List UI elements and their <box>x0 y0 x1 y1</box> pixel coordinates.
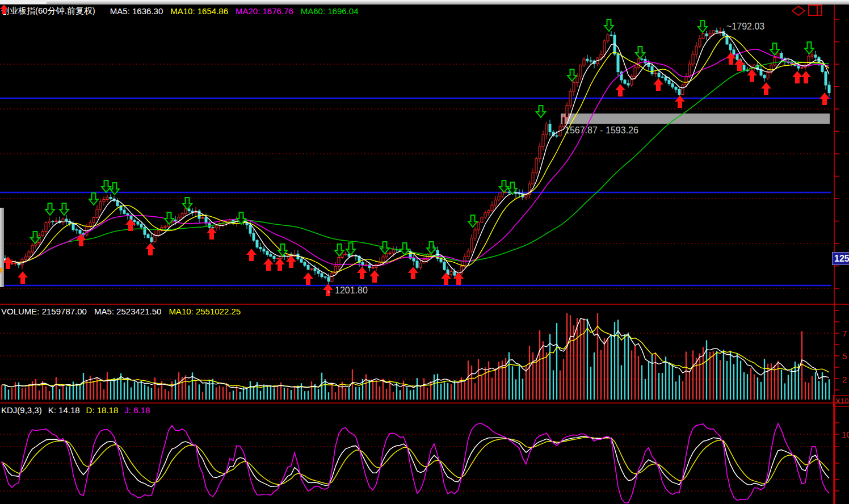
sell-arrow-icon <box>468 215 477 227</box>
buy-arrow-icon <box>615 84 625 96</box>
volume-axis-tick-7: 7 <box>842 329 847 338</box>
volume-unit-label: X10 <box>833 395 849 407</box>
buy-arrow-icon <box>819 93 830 105</box>
price-level-badge: 125 <box>832 252 849 265</box>
kdj-label-row: KDJ(9,3,3) K: 14.18 D: 18.18 J: 6.18 <box>1 405 150 415</box>
sell-arrow-icon <box>536 106 545 117</box>
buy-arrow-icon <box>263 258 274 271</box>
buy-arrow-icon <box>761 82 771 95</box>
buy-arrow-icon <box>303 272 313 285</box>
buy-arrow-icon <box>18 271 28 284</box>
buy-arrow-icon <box>76 234 86 246</box>
sell-arrow-icon <box>89 193 98 205</box>
kdj-indicator-name: KDJ(9,3,3) <box>1 405 42 415</box>
ma-lines <box>2 32 829 276</box>
volume-axis-tick-2: 2 <box>842 375 847 384</box>
panel-resize-handle[interactable] <box>0 208 4 287</box>
sell-arrow-icon <box>346 243 355 255</box>
sell-arrow-icon <box>102 180 111 192</box>
volume-ma-lines <box>2 318 829 389</box>
sell-arrow-icon <box>604 19 613 31</box>
buy-arrow-icon <box>207 227 217 240</box>
sell-arrow-icon <box>499 180 508 192</box>
trading-app-window: 创业板指(60分钟.前复权) MA5: 1636.30 MA10: 1654.8… <box>0 0 849 504</box>
volume-label-row: VOLUME: 2159787.00 MA5: 2523421.50 MA10:… <box>1 306 241 316</box>
sell-arrow-icon <box>568 69 577 81</box>
sell-arrow-icon <box>278 244 287 256</box>
kdj-axis-top-label: 100 <box>842 430 849 439</box>
volume-value: VOLUME: 2159787.00 <box>1 306 87 316</box>
kdj-d-value: D: 18.18 <box>86 405 119 415</box>
buy-arrow-icon <box>801 71 811 83</box>
sell-arrow-icon <box>60 203 69 215</box>
support-lines <box>0 98 831 285</box>
volume-ma10-value: MA10: 2551022.25 <box>169 306 241 316</box>
gap-range-annotation: 1567.87 - 1593.26 <box>565 125 638 136</box>
kdj-j-value: J: 6.18 <box>124 405 150 415</box>
buy-arrow-icon <box>275 258 285 271</box>
buy-arrow-icon <box>145 243 155 255</box>
sell-arrow-icon <box>805 42 814 54</box>
buy-arrow-icon <box>441 272 451 285</box>
chart-canvas[interactable] <box>0 0 849 504</box>
sell-arrow-icon <box>183 198 192 209</box>
buy-arrow-icon <box>653 78 663 91</box>
buy-arrow-icon <box>369 270 380 283</box>
price-axis <box>0 5 849 304</box>
volume-ma5-value: MA5: 2523421.50 <box>94 306 161 316</box>
sell-arrow-icon <box>400 243 409 255</box>
sell-arrow-icon <box>45 203 54 215</box>
gap-band <box>561 114 830 124</box>
volume-axis-tick-5: 5 <box>842 351 847 361</box>
kdj-grid <box>0 434 831 491</box>
sell-arrow-icon <box>698 20 707 32</box>
candlesticks <box>1 27 830 284</box>
kdj-k-value: K: 14.18 <box>48 405 80 415</box>
buy-arrow-icon <box>675 95 685 108</box>
low-price-annotation: ←1201.80 <box>326 285 368 296</box>
buy-arrow-icon <box>357 267 367 279</box>
sell-arrow-icon <box>427 242 436 254</box>
buy-arrow-icon <box>246 249 257 261</box>
sell-arrow-icon <box>636 47 645 58</box>
signal-arrows <box>3 19 830 296</box>
buy-arrow-icon <box>408 267 418 279</box>
peak-price-annotation: ~1792.03 <box>726 22 764 32</box>
expand-arrow-icon <box>0 267 4 274</box>
kdj-axis <box>834 403 839 504</box>
